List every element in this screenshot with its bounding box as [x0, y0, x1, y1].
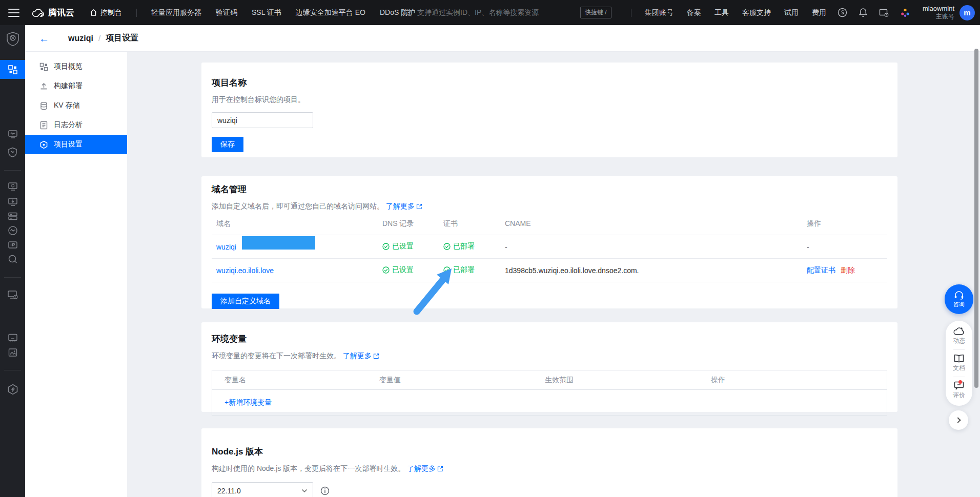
rail-divider: [4, 321, 21, 321]
docs-button[interactable]: 文档: [953, 351, 965, 375]
sidebar-item-build-deploy[interactable]: 构建部署: [25, 76, 127, 96]
project-name-input[interactable]: [212, 112, 313, 128]
rail-search-icon[interactable]: [0, 254, 25, 264]
sidebar-item-kv-storage[interactable]: KV 存储: [25, 96, 127, 115]
cert-status: 已部署: [443, 242, 475, 251]
nav-console[interactable]: 控制台: [90, 8, 122, 17]
rail-divider: [4, 370, 21, 370]
sidebar-item-overview[interactable]: 项目概览: [25, 57, 127, 76]
domain-link[interactable]: wuziqi.eo.iloli.love: [216, 266, 274, 275]
dns-status: 已设置: [382, 242, 414, 251]
user-menu[interactable]: miaowmint 主账号: [923, 5, 954, 20]
check-circle-icon: [443, 266, 451, 274]
rail-image-icon[interactable]: [0, 347, 25, 358]
notifications-bell-icon[interactable]: [859, 8, 868, 17]
news-button[interactable]: 动态: [953, 324, 965, 348]
dns-status: 已设置: [382, 265, 414, 275]
rail-site-accel-icon[interactable]: [0, 181, 25, 192]
rail-download-accel-icon[interactable]: [0, 197, 25, 207]
card-description: 用于在控制台标识您的项目。: [212, 95, 887, 105]
document-icon: [39, 121, 48, 130]
shortcut-key-badge: 快捷键 /: [580, 7, 611, 18]
nav-icp[interactable]: 备案: [687, 8, 701, 17]
avatar[interactable]: m: [959, 5, 975, 20]
settings-icon: [39, 140, 48, 149]
nav-edgeone[interactable]: 边缘安全加速平台 EO: [296, 8, 365, 17]
hamburger-menu-icon[interactable]: [8, 9, 19, 17]
rail-shield-pulse-icon[interactable]: [0, 147, 25, 157]
row-actions: 配置证书 删除: [807, 266, 887, 275]
nav-billing[interactable]: 费用: [812, 8, 826, 17]
app-window: 腾讯云 控制台 轻量应用服务器 验证码 SSL 证书 边缘安全加速平台 EO D…: [0, 0, 980, 497]
nav-trial[interactable]: 试用: [784, 8, 799, 17]
external-link-icon: [373, 353, 379, 359]
external-link-icon: [416, 203, 422, 210]
domain-link[interactable]: wuziqi: [216, 243, 236, 251]
nav-support[interactable]: 客服支持: [742, 8, 771, 17]
global-search-input[interactable]: 支持通过实例ID、IP、名称等搜索资源 快捷键 /: [404, 0, 611, 25]
page-scrollbar-thumb[interactable]: [974, 49, 978, 388]
rail-ip-icon[interactable]: [0, 240, 25, 250]
upload-icon: [39, 82, 48, 91]
navbar-right: 集团账号 备案 工具 客服支持 试用 费用: [618, 0, 975, 25]
feedback-button[interactable]: 评价: [953, 379, 965, 402]
card-title: 环境变量: [212, 333, 887, 345]
breadcrumb-separator: /: [98, 34, 100, 43]
learn-more-link[interactable]: 了解更多: [386, 202, 422, 211]
rail-hexagon-bolt-icon[interactable]: [0, 384, 25, 395]
learn-more-link[interactable]: 了解更多: [343, 351, 379, 361]
sidebar-item-log-analysis[interactable]: 日志分析: [25, 115, 127, 135]
user-role: 主账号: [923, 13, 954, 20]
edgeone-shield-logo-icon[interactable]: [0, 31, 25, 47]
nav-captcha[interactable]: 验证码: [216, 8, 237, 17]
brand-name: 腾讯云: [48, 7, 74, 18]
add-custom-domain-button[interactable]: 添加自定义域名: [212, 294, 279, 309]
chevron-down-icon: [301, 489, 308, 493]
rail-monitor-gear-icon[interactable]: [0, 289, 25, 301]
card-title: 项目名称: [212, 77, 887, 89]
cloud-logo-icon: [32, 8, 44, 17]
promo-icon[interactable]: [838, 8, 847, 17]
nav-group-account[interactable]: 集团账号: [645, 8, 673, 17]
search-placeholder: 支持通过实例ID、IP、名称等搜索资源: [417, 8, 571, 17]
back-arrow-button[interactable]: ←: [39, 33, 49, 44]
search-icon: [404, 9, 412, 17]
nav-lighthouse[interactable]: 轻量应用服务器: [151, 8, 201, 17]
redaction-overlay: [242, 236, 315, 250]
toolbar-divider: [953, 377, 965, 377]
node-version-select[interactable]: 22.11.0: [212, 482, 313, 497]
sidebar-item-project-settings[interactable]: 项目设置: [25, 135, 127, 154]
rail-active-dashboard[interactable]: [0, 60, 25, 79]
console-settings-icon[interactable]: [879, 8, 889, 17]
project-sidebar: 项目概览 构建部署 KV 存储 日志分析 项目设置: [25, 52, 127, 497]
float-toolbar: 动态 文档 评价: [946, 321, 972, 406]
env-table: 变量名 变量值 生效范围 操作 +新增环境变量: [212, 370, 887, 416]
database-icon: [39, 101, 48, 110]
learn-more-link[interactable]: 了解更多: [407, 464, 443, 473]
rail-traffic-icon[interactable]: [0, 225, 25, 236]
page-title: 项目设置: [106, 33, 138, 44]
add-env-var-link[interactable]: +新增环境变量: [224, 398, 272, 406]
domain-table-row: wuziqi 已设置 已部署 - -: [212, 235, 887, 259]
rail-server-icon[interactable]: [0, 211, 25, 221]
save-button[interactable]: 保存: [212, 137, 243, 152]
collapse-toolbar-button[interactable]: [949, 410, 968, 430]
lab-colorful-icon[interactable]: [900, 8, 910, 18]
nav-ssl[interactable]: SSL 证书: [252, 8, 281, 17]
cert-status: 已部署: [443, 265, 475, 275]
tencent-cloud-logo[interactable]: 腾讯云: [32, 7, 74, 18]
breadcrumb-project[interactable]: wuziqi: [68, 34, 93, 43]
consult-button[interactable]: 咨询: [945, 284, 973, 314]
rail-monitor-pulse-icon[interactable]: [0, 129, 25, 139]
configure-cert-link[interactable]: 配置证书: [807, 266, 835, 275]
main-content: 项目名称 用于在控制台标识您的项目。 保存 域名管理 添加自定义域名后，即可通过…: [127, 52, 980, 497]
project-name-card: 项目名称 用于在控制台标识您的项目。 保存: [201, 63, 897, 157]
delete-domain-link[interactable]: 删除: [841, 266, 855, 275]
rail-browser-icon[interactable]: [0, 333, 25, 343]
env-table-header: 变量名 变量值 生效范围 操作: [212, 370, 887, 390]
open-book-icon: [953, 354, 965, 363]
user-name: miaowmint: [923, 5, 954, 13]
nav-tools[interactable]: 工具: [714, 8, 729, 17]
env-table-empty-row: +新增环境变量: [212, 390, 887, 415]
info-icon[interactable]: [320, 486, 330, 495]
